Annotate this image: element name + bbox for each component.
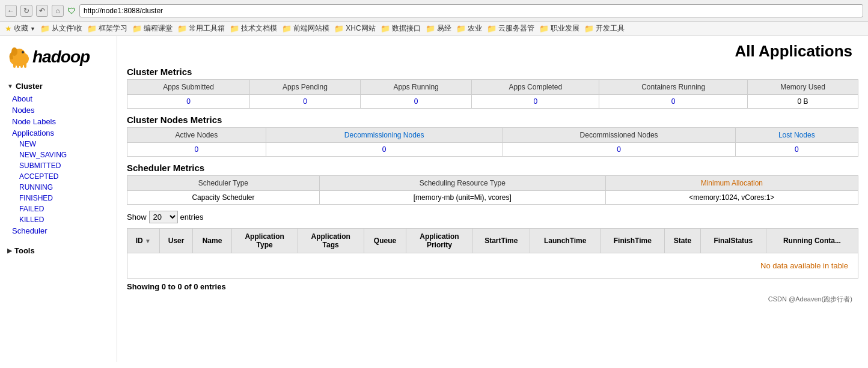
sidebar-item-about[interactable]: About [0,93,117,104]
svg-point-3 [22,51,24,53]
bookmark-4[interactable]: 📁 常用工具箱 [177,23,225,34]
tools-triangle: ▶ [7,247,12,254]
entries-select[interactable]: 10 20 25 50 100 [149,211,178,223]
col-finish-time[interactable]: FinishTime [601,229,665,253]
sidebar: hadoop ▼ Cluster About Nodes Node Labels… [0,36,117,362]
bookmark-label: 常用工具箱 [189,23,225,34]
val-scheduler-type: Capacity Scheduler [127,191,320,205]
val-apps-completed: 0 [472,95,599,109]
dropdown-icon: ▼ [30,26,35,32]
lost-nodes-link[interactable]: 0 [795,145,799,154]
containers-running-link[interactable]: 0 [671,97,676,106]
col-state[interactable]: State [665,229,700,253]
col-apps-submitted: Apps Submitted [127,80,250,95]
sidebar-subitem-failed[interactable]: FAILED [0,204,117,214]
col-queue[interactable]: Queue [364,229,406,253]
bookmark-13[interactable]: 📁 开发工具 [584,23,625,34]
sidebar-subitem-new[interactable]: NEW [0,139,117,149]
content-area: All Applications Cluster Metrics Apps Su… [117,36,868,362]
col-launch-time[interactable]: LaunchTime [530,229,601,253]
bookmark-label: 数据接口 [392,23,421,34]
bookmark-label: 框架学习 [99,23,127,34]
val-memory-used: 0 B [748,95,858,109]
sidebar-item-applications[interactable]: Applications [0,127,117,139]
col-application-priority[interactable]: ApplicationPriority [406,229,472,253]
back-button[interactable]: ← [5,5,17,17]
apps-completed-link[interactable]: 0 [533,97,537,106]
bookmark-6[interactable]: 📁 前端网站模 [282,23,329,34]
hadoop-logo-area: hadoop [0,42,117,77]
val-decommissioning-nodes: 0 [266,143,503,157]
cluster-header[interactable]: ▼ Cluster [0,79,117,93]
cluster-label: Cluster [16,82,43,91]
col-application-type[interactable]: ApplicationType [231,229,298,253]
reload-button[interactable]: ↻ [20,5,32,17]
col-user[interactable]: User [159,229,193,253]
hadoop-text-logo: hadoop [32,47,90,67]
folder-icon: 📁 [282,24,292,33]
svg-rect-7 [24,63,26,68]
sidebar-item-scheduler[interactable]: Scheduler [0,225,117,237]
showing-entries-text: Showing 0 to 0 of 0 entries [127,282,858,291]
bookmark-9[interactable]: 📁 易经 [426,23,451,34]
url-bar[interactable] [79,4,863,17]
apps-pending-link[interactable]: 0 [303,97,307,106]
decommissioned-nodes-link[interactable]: 0 [617,145,621,154]
bookmark-label: 前端网站模 [293,23,329,34]
scheduler-metrics-table: Scheduler Type Scheduling Resource Type … [127,175,858,205]
bookmark-8[interactable]: 📁 数据接口 [381,23,421,34]
apps-submitted-link[interactable]: 0 [186,97,191,106]
sidebar-subitem-running[interactable]: RUNNING [0,182,117,193]
folder-icon: 📁 [230,24,239,33]
col-decommissioned-nodes: Decommissioned Nodes [503,128,735,143]
bookmark-label: 易经 [437,23,451,34]
tools-section: ▶ Tools [0,239,117,260]
apps-running-link[interactable]: 0 [414,97,418,106]
sidebar-item-node-labels[interactable]: Node Labels [0,116,117,127]
home-button[interactable]: ⌂ [52,5,64,17]
bookmark-12[interactable]: 📁 职业发展 [539,23,579,34]
bookmark-11[interactable]: 📁 云服务器管 [487,23,534,34]
decommissioning-nodes-link[interactable]: 0 [382,145,387,154]
sidebar-item-nodes[interactable]: Nodes [0,104,117,116]
sidebar-subitem-accepted[interactable]: ACCEPTED [0,171,117,182]
watermark-text: CSDN @Adeaven(跑步行者) [127,291,858,307]
bookmark-3[interactable]: 📁 编程课堂 [132,23,173,34]
col-application-tags[interactable]: ApplicationTags [298,229,364,253]
bookmark-label: 职业发展 [551,23,579,34]
val-decommissioned-nodes: 0 [503,143,735,157]
forward-undo-button[interactable]: ↶ [36,5,48,17]
sidebar-subitem-killed[interactable]: KILLED [0,214,117,225]
bookmark-5[interactable]: 📁 技术文档模 [230,23,277,34]
cluster-section: ▼ Cluster About Nodes Node Labels Applic… [0,77,117,239]
col-start-time[interactable]: StartTime [472,229,530,253]
folder-icon: 📁 [456,24,466,33]
cluster-nodes-metrics-title: Cluster Nodes Metrics [127,115,858,125]
star-icon: ★ [5,24,12,33]
no-data-message: No data available in table [131,256,854,275]
col-running-containers[interactable]: Running Conta... [766,229,858,253]
folder-icon: 📁 [426,24,435,33]
active-nodes-link[interactable]: 0 [195,145,199,154]
col-id[interactable]: ID ▼ [127,229,160,253]
bookmark-10[interactable]: 📁 农业 [456,23,482,34]
sidebar-subitem-submitted[interactable]: SUBMITTED [0,160,117,171]
tools-header[interactable]: ▶ Tools [0,241,117,258]
hadoop-elephant-icon [6,46,32,68]
bookmark-7[interactable]: 📁 XHC网站 [334,23,375,34]
sidebar-subitem-finished[interactable]: FINISHED [0,193,117,204]
tools-label: Tools [14,246,35,255]
bookmarks-bar: ★ 收藏 ▼ 📁 从文件\收 📁 框架学习 📁 编程课堂 📁 常用工具箱 📁 技… [0,22,868,36]
col-name[interactable]: Name [193,229,231,253]
folder-icon: 📁 [539,24,549,33]
main-layout: hadoop ▼ Cluster About Nodes Node Labels… [0,36,868,362]
bookmark-1[interactable]: 📁 从文件\收 [40,23,82,34]
svg-rect-5 [17,63,19,68]
bookmark-star-item[interactable]: ★ 收藏 ▼ [5,23,35,34]
col-final-status[interactable]: FinalStatus [700,229,766,253]
col-containers-running: Containers Running [599,80,748,95]
col-active-nodes: Active Nodes [127,128,266,143]
bookmark-2[interactable]: 📁 框架学习 [87,23,127,34]
val-apps-pending: 0 [249,95,360,109]
sidebar-subitem-new-saving[interactable]: NEW_SAVING [0,149,117,160]
